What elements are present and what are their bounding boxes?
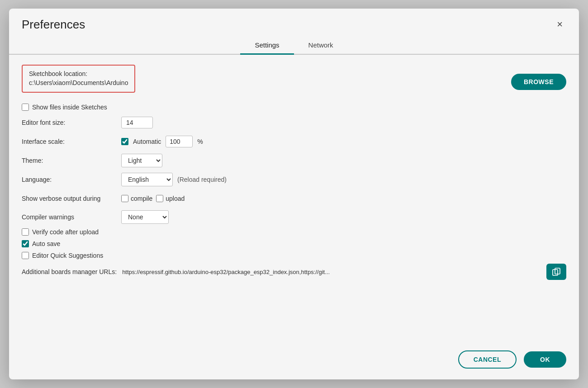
reload-required-note: (Reload required) (177, 176, 227, 183)
dialog-title: Preferences (22, 18, 85, 32)
sketchbook-row: Sketchbook location: c:\Users\xiaom\Docu… (22, 65, 566, 99)
edit-boards-url-button[interactable] (546, 264, 566, 280)
verbose-options: compile upload (121, 195, 185, 202)
upload-verbose-checkbox[interactable] (156, 195, 163, 202)
tab-network[interactable]: Network (294, 37, 348, 55)
dialog-footer: CANCEL OK (9, 342, 579, 379)
verbose-output-row: Show verbose output during compile uploa… (22, 191, 566, 206)
theme-label: Theme: (22, 157, 121, 164)
show-files-checkbox[interactable] (22, 104, 29, 111)
auto-save-checkbox[interactable] (22, 240, 29, 247)
sketchbook-path: c:\Users\xiaom\Documents\Arduino (29, 79, 128, 86)
show-files-label: Show files inside Sketches (32, 104, 107, 111)
editor-font-size-label: Editor font size: (22, 119, 121, 126)
close-button[interactable]: × (553, 17, 566, 32)
compiler-warnings-row: Compiler warnings None Default More All (22, 210, 566, 224)
interface-scale-row: Interface scale: Automatic % (22, 134, 566, 149)
theme-select[interactable]: Light Dark (121, 154, 162, 167)
scale-controls: Automatic % (121, 136, 203, 147)
editor-font-size-row: Editor font size: (22, 115, 566, 130)
compiler-warnings-select[interactable]: None Default More All (121, 210, 169, 224)
compile-verbose-item: compile (121, 195, 152, 202)
auto-save-label: Auto save (32, 240, 60, 247)
sketchbook-section: Sketchbook location: c:\Users\xiaom\Docu… (22, 65, 135, 93)
dialog-header: Preferences × (9, 9, 579, 37)
ok-button[interactable]: OK (524, 351, 566, 368)
tabs-row: Settings Network (9, 37, 579, 55)
auto-save-row: Auto save (22, 240, 566, 247)
sketchbook-location-label: Sketchbook location: (29, 70, 128, 77)
automatic-label: Automatic (133, 138, 161, 145)
language-row: Language: English Deutsch Español França… (22, 172, 566, 187)
boards-manager-row: Additional boards manager URLs: https://… (22, 264, 566, 280)
automatic-checkbox[interactable] (121, 138, 128, 145)
settings-content: Sketchbook location: c:\Users\xiaom\Docu… (9, 55, 579, 342)
editor-font-size-input[interactable] (121, 117, 153, 128)
verbose-output-label: Show verbose output during (22, 195, 121, 202)
browse-button[interactable]: BROWSE (511, 74, 566, 90)
percent-label: % (197, 138, 203, 145)
compile-verbose-checkbox[interactable] (121, 195, 128, 202)
theme-row: Theme: Light Dark (22, 153, 566, 168)
language-select[interactable]: English Deutsch Español Français 中文 (121, 173, 173, 186)
scale-input[interactable] (166, 136, 193, 147)
tab-settings[interactable]: Settings (240, 37, 294, 55)
preferences-dialog: Preferences × Settings Network Sketchboo… (9, 9, 579, 379)
upload-label: upload (166, 195, 185, 202)
verify-code-checkbox[interactable] (22, 228, 29, 236)
language-label: Language: (22, 176, 121, 183)
boards-manager-url: https://espressif.github.io/arduino-esp3… (122, 269, 541, 275)
interface-scale-label: Interface scale: (22, 138, 121, 145)
cancel-button[interactable]: CANCEL (458, 350, 517, 369)
upload-verbose-item: upload (156, 195, 185, 202)
quick-suggestions-checkbox[interactable] (22, 252, 29, 259)
edit-icon (552, 267, 561, 276)
boards-manager-label: Additional boards manager URLs: (22, 268, 117, 275)
show-files-row: Show files inside Sketches (22, 104, 566, 111)
verify-code-row: Verify code after upload (22, 228, 566, 236)
compiler-warnings-label: Compiler warnings (22, 213, 121, 221)
quick-suggestions-row: Editor Quick Suggestions (22, 252, 566, 259)
verify-code-label: Verify code after upload (32, 228, 99, 236)
quick-suggestions-label: Editor Quick Suggestions (32, 252, 103, 259)
compile-label: compile (131, 195, 152, 202)
